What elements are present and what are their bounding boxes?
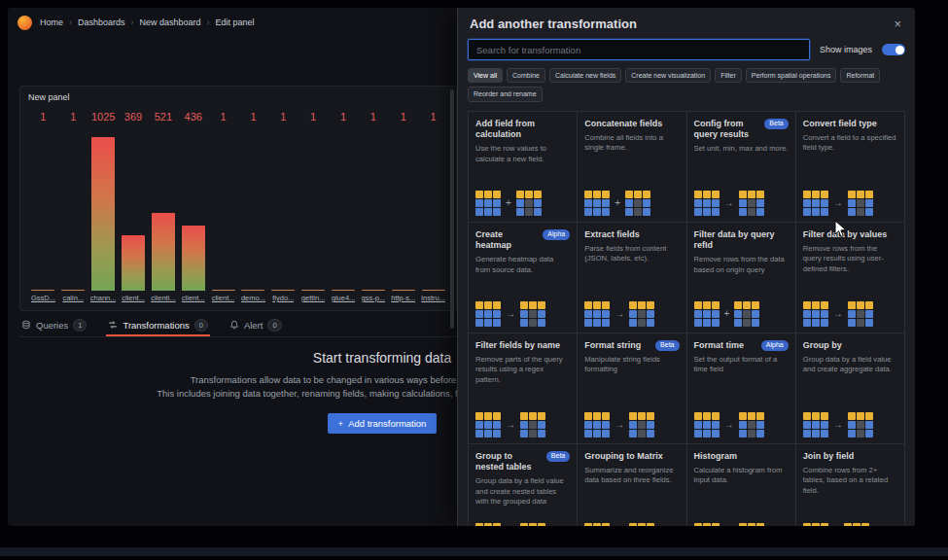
- card-description: Generate heatmap data from source data.: [475, 255, 570, 275]
- table-cell-graphic: [584, 319, 592, 327]
- transformation-card-grouping-to-matrix[interactable]: Grouping to Matrix Summarize and reorgan…: [578, 444, 686, 526]
- bar-value-label: 1: [370, 110, 376, 124]
- transformation-illustration: +: [584, 191, 679, 216]
- mini-table-graphic: [848, 301, 873, 327]
- tab-alert[interactable]: Alert 0: [228, 315, 284, 336]
- breadcrumb-home[interactable]: Home: [40, 18, 63, 27]
- transformation-card-convert-field-type[interactable]: Convert field type Convert a field to a …: [796, 112, 905, 223]
- transformation-card-filter-fields-by-name[interactable]: Filter fields by name Remove parts of th…: [469, 333, 578, 444]
- show-images-label: Show images: [820, 45, 872, 54]
- table-cell-graphic: [520, 412, 528, 420]
- scrollbar-thumb[interactable]: [450, 89, 454, 329]
- card-stage-badge: Beta: [655, 340, 679, 351]
- breadcrumb-edit-panel[interactable]: Edit panel: [216, 18, 255, 27]
- filter-pill-filter[interactable]: Filter: [715, 68, 742, 83]
- x-axis-label[interactable]: flydo...: [272, 293, 294, 304]
- table-cell-graphic: [748, 412, 755, 420]
- table-cell-graphic: [584, 191, 592, 198]
- card-header: Add field from calculation: [475, 119, 570, 141]
- filter-pill-perform-spatial-operations[interactable]: Perform spatial operations: [746, 68, 837, 83]
- table-cell-graphic: [493, 523, 501, 526]
- filter-pill-combine[interactable]: Combine: [507, 68, 545, 83]
- table-cell-graphic: [484, 310, 492, 318]
- mini-table-graphic: [694, 301, 720, 327]
- transformation-card-concatenate-fields[interactable]: Concatenate fields Combine all fields in…: [578, 112, 686, 223]
- chart-column: 1flydo...: [268, 110, 298, 304]
- transformation-card-group-to-nested-tables[interactable]: Group to nested tables Beta Group data b…: [469, 444, 578, 526]
- filter-pill-create-new-visualization[interactable]: Create new visualization: [625, 68, 711, 83]
- tab-transformations[interactable]: Transformations 0: [106, 315, 209, 336]
- x-axis-label[interactable]: glue4...: [332, 293, 356, 304]
- table-cell-graphic: [520, 319, 528, 327]
- filter-pill-reorder-and-rename[interactable]: Reorder and rename: [468, 87, 543, 101]
- filter-pill-calculate-new-fields[interactable]: Calculate new fields: [549, 68, 621, 83]
- filter-pill-view-all[interactable]: View all: [468, 68, 503, 83]
- x-axis-label[interactable]: gettin...: [301, 293, 326, 304]
- transformation-card-group-by[interactable]: Group by Group data by a field value and…: [796, 333, 905, 444]
- transformation-card-filter-data-by-query-refid[interactable]: Filter data by query refId Remove rows f…: [687, 223, 796, 333]
- table-cell-graphic: [647, 523, 654, 526]
- card-description: Set unit, min, max and more.: [694, 144, 789, 154]
- tab-queries[interactable]: Queries 1: [19, 315, 88, 336]
- table-cell-graphic: [739, 421, 747, 429]
- transformation-card-histogram[interactable]: Histogram Calculate a histogram from inp…: [687, 444, 796, 526]
- card-description: Remove parts of the query results using …: [475, 355, 570, 385]
- card-description: Calculate a histogram from input data.: [694, 466, 789, 486]
- x-axis-label[interactable]: clienti...: [151, 293, 175, 304]
- table-cell-graphic: [602, 319, 610, 327]
- table-cell-graphic: [694, 319, 702, 327]
- table-cell-graphic: [475, 319, 483, 327]
- table-cell-graphic: [812, 319, 820, 327]
- table-cell-graphic: [475, 421, 483, 429]
- transformation-card-create-heatmap[interactable]: Create heatmap Alpha Generate heatmap da…: [469, 223, 578, 333]
- show-images-toggle[interactable]: [882, 44, 905, 55]
- add-transformation-button[interactable]: + Add transformation: [328, 413, 438, 434]
- x-axis-label[interactable]: GssD...: [31, 293, 55, 304]
- bar-track: [238, 124, 268, 291]
- mini-table-graphic: [584, 412, 610, 438]
- bar-track: [358, 124, 388, 291]
- table-cell-graphic: [703, 301, 711, 309]
- transformation-card-format-time[interactable]: Format time Alpha Set the output format …: [687, 333, 796, 444]
- x-axis-label[interactable]: calin...: [62, 293, 84, 304]
- transformation-illustration: →: [475, 412, 570, 438]
- table-cell-graphic: [538, 523, 545, 526]
- breadcrumb-new-dashboard[interactable]: New dashboard: [140, 18, 201, 27]
- panel-title[interactable]: New panel: [28, 92, 448, 102]
- table-cell-graphic: [803, 191, 811, 198]
- table-cell-graphic: [734, 310, 742, 318]
- table-cell-graphic: [516, 199, 524, 207]
- table-cell-graphic: [712, 310, 720, 318]
- close-icon[interactable]: ×: [892, 18, 903, 30]
- x-axis-label[interactable]: client...: [182, 293, 205, 304]
- table-cell-graphic: [694, 191, 702, 198]
- mini-table-graphic: [629, 412, 654, 438]
- chart-column: 1instru...: [418, 110, 448, 304]
- filter-pill-reformat[interactable]: Reformat: [840, 68, 880, 83]
- transformation-card-config-from-query-results[interactable]: Config from query results Beta Set unit,…: [687, 112, 796, 223]
- bar-value-label: 1025: [91, 110, 115, 124]
- x-axis-label[interactable]: client...: [212, 293, 235, 304]
- grafana-logo[interactable]: [18, 16, 32, 30]
- transformation-card-filter-data-by-values[interactable]: Filter data by values Remove rows from t…: [796, 223, 905, 333]
- search-input[interactable]: [468, 39, 810, 60]
- table-cell-graphic: [703, 430, 711, 438]
- x-axis-label[interactable]: gss-p...: [362, 293, 386, 304]
- card-description: Use the row values to calculate a new fi…: [475, 144, 570, 164]
- x-axis-label[interactable]: demo...: [241, 293, 265, 304]
- transformation-card-join-by-field[interactable]: Join by field Combine rows from 2+ table…: [796, 444, 905, 526]
- transformation-card-add-field-from-calculation[interactable]: Add field from calculation Use the row v…: [469, 112, 578, 223]
- x-axis-label[interactable]: client...: [122, 293, 145, 304]
- mini-table-graphic: [803, 412, 828, 438]
- table-cell-graphic: [634, 208, 642, 216]
- breadcrumb-dashboards[interactable]: Dashboards: [78, 18, 125, 27]
- bar-track: [268, 124, 298, 291]
- x-axis-label[interactable]: http-s...: [391, 293, 415, 304]
- transformation-card-format-string[interactable]: Format string Beta Manipulate string fie…: [578, 333, 686, 444]
- panel-preview: New panel 1GssD...1calin...1025chann...3…: [19, 86, 457, 311]
- x-axis-label[interactable]: instru...: [421, 293, 445, 304]
- tab-label: Queries: [36, 320, 68, 331]
- table-cell-graphic: [534, 208, 542, 216]
- transformation-card-extract-fields[interactable]: Extract fields Parse fields from content…: [578, 223, 686, 333]
- x-axis-label[interactable]: chann...: [90, 293, 117, 304]
